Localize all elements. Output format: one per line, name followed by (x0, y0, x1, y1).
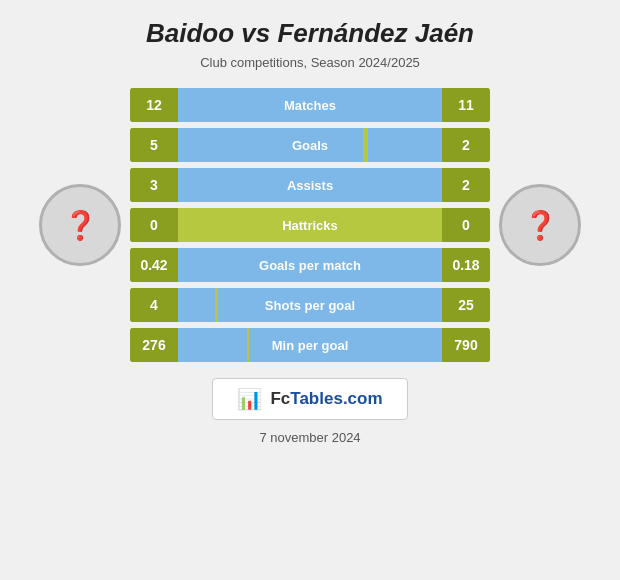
stat-label-text: Hattricks (282, 218, 338, 233)
stat-label-text: Assists (287, 178, 333, 193)
stat-row: 3Assists2 (130, 168, 490, 202)
stat-left-value: 5 (130, 128, 178, 162)
stat-bar-right (336, 168, 442, 202)
stat-left-value: 276 (130, 328, 178, 362)
stat-left-value: 0.42 (130, 248, 178, 282)
stat-right-value: 0 (442, 208, 490, 242)
stat-bar-right (368, 128, 442, 162)
avatar-right: ❓ (499, 184, 581, 266)
stat-label-area: Hattricks (178, 208, 442, 242)
stat-row: 0Hattricks0 (130, 208, 490, 242)
stat-label-area: Goals per match (178, 248, 442, 282)
stat-label-area: Matches (178, 88, 442, 122)
stat-left-value: 12 (130, 88, 178, 122)
stat-label-area: Shots per goal (178, 288, 442, 322)
player-left-avatar: ❓ (30, 95, 130, 355)
page-subtitle: Club competitions, Season 2024/2025 (200, 55, 420, 70)
stat-label-text: Min per goal (272, 338, 349, 353)
logo-text: FcTables.com (270, 389, 382, 409)
stat-left-value: 3 (130, 168, 178, 202)
avatar-left: ❓ (39, 184, 121, 266)
stat-label-text: Goals per match (259, 258, 361, 273)
stat-bar-left (178, 328, 247, 362)
stat-bar-left (178, 288, 215, 322)
stat-label-area: Assists (178, 168, 442, 202)
stat-label-area: Goals (178, 128, 442, 162)
page-container: Baidoo vs Fernández Jaén Club competitio… (0, 0, 620, 580)
comparison-area: ❓ 12Matches115Goals23Assists20Hattricks0… (10, 88, 610, 362)
stat-right-value: 25 (442, 288, 490, 322)
date-label: 7 november 2024 (259, 430, 360, 445)
stat-left-value: 4 (130, 288, 178, 322)
stat-row: 0.42Goals per match0.18 (130, 248, 490, 282)
stat-row: 276Min per goal790 (130, 328, 490, 362)
stat-label-area: Min per goal (178, 328, 442, 362)
stat-label-text: Shots per goal (265, 298, 355, 313)
stat-bar-right (363, 248, 442, 282)
player-right-avatar: ❓ (490, 95, 590, 355)
logo-area: 📊 FcTables.com (212, 378, 407, 420)
stat-row: 12Matches11 (130, 88, 490, 122)
stat-right-value: 11 (442, 88, 490, 122)
stat-left-value: 0 (130, 208, 178, 242)
stats-container: 12Matches115Goals23Assists20Hattricks00.… (130, 88, 490, 362)
stat-bar-left (178, 128, 363, 162)
stat-right-value: 2 (442, 168, 490, 202)
stat-right-value: 0.18 (442, 248, 490, 282)
stat-right-value: 790 (442, 328, 490, 362)
stat-row: 5Goals2 (130, 128, 490, 162)
logo-chart-icon: 📊 (237, 387, 262, 411)
stat-label-text: Matches (284, 98, 336, 113)
stat-label-text: Goals (292, 138, 328, 153)
page-title: Baidoo vs Fernández Jaén (146, 18, 474, 49)
stat-row: 4Shots per goal25 (130, 288, 490, 322)
stat-right-value: 2 (442, 128, 490, 162)
